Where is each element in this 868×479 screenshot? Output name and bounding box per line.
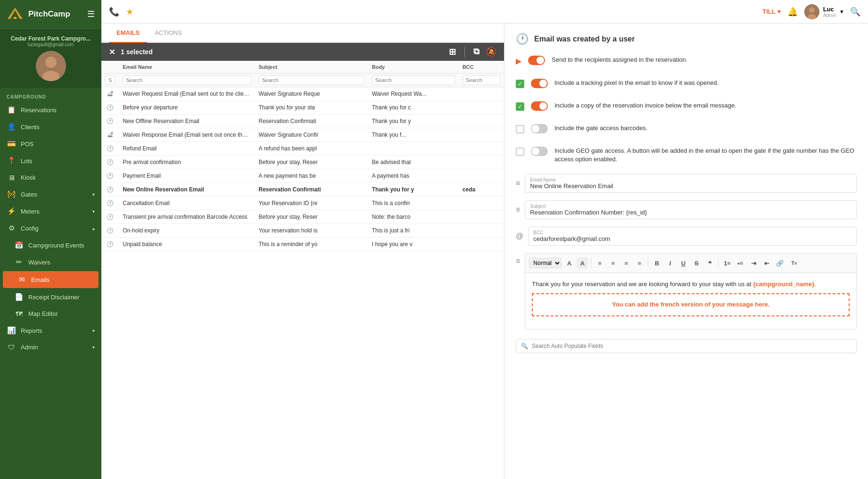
selection-actions: ⊞ ⧉ 🔕 <box>449 47 496 57</box>
toggle-geo[interactable] <box>531 147 548 156</box>
toggle-invoice[interactable] <box>531 101 548 111</box>
till-selector[interactable]: TILL ▾ <box>762 8 780 15</box>
bcc-input[interactable] <box>533 235 851 242</box>
bold-button[interactable]: B <box>651 257 662 269</box>
type-search-input[interactable] <box>105 75 115 85</box>
row-icon: 🕐 <box>101 183 119 197</box>
bcc-search-input[interactable] <box>463 75 500 85</box>
sidebar-item-reservations[interactable]: 📋 Reservations <box>0 101 101 118</box>
french-placeholder-box[interactable]: You can add the french version of your m… <box>532 293 850 316</box>
close-selection-button[interactable]: ✕ <box>109 48 115 57</box>
col-body-header[interactable]: Body <box>368 61 459 74</box>
sidebar-item-waivers[interactable]: ✏ Waivers <box>0 254 101 271</box>
font-style-select[interactable]: Normal <box>529 258 562 268</box>
subject-search-input[interactable] <box>259 75 364 85</box>
body-search-input[interactable] <box>372 75 455 85</box>
underline-button[interactable]: U <box>678 257 689 269</box>
table-row[interactable]: 🕐 Pre arrival confirmation Before your s… <box>101 156 504 169</box>
name-search-input[interactable] <box>123 75 251 85</box>
toggle-tracking[interactable] <box>531 79 548 88</box>
sidebar-item-pos[interactable]: 💳 POS <box>0 135 101 152</box>
phone-icon[interactable]: 📞 <box>109 7 119 17</box>
sidebar-item-emails[interactable]: ✉ Emails <box>3 271 99 288</box>
tab-actions[interactable]: ACTIONS <box>147 24 190 43</box>
unordered-list-button[interactable]: •≡ <box>735 257 746 269</box>
row-subject: This is a reminder of yo <box>255 238 368 251</box>
table-row[interactable]: 🕐 Before your departure Thank you for yo… <box>101 101 504 115</box>
table-row[interactable]: 🏕 Waiver Request Email (Email sent out t… <box>101 87 504 101</box>
lots-icon: 📍 <box>7 157 16 165</box>
copy-icon[interactable]: ⧉ <box>473 47 479 57</box>
user-menu[interactable]: Luc Admin ▾ <box>804 4 843 19</box>
row-body: This is a confirr <box>368 197 459 210</box>
table-row[interactable]: 🕐 Refund Email A refund has been appl <box>101 142 504 156</box>
search-icon[interactable]: 🔍 <box>850 7 860 17</box>
tab-emails[interactable]: EMAILS <box>109 24 147 43</box>
align-left-button[interactable]: ≡ <box>594 257 605 269</box>
align-right-button[interactable]: ≡ <box>620 257 632 269</box>
row-subject: Reservation Confirmati <box>255 183 368 197</box>
row-subject: Reservation Confirmati <box>255 115 368 128</box>
italic-button[interactable]: I <box>664 257 676 269</box>
star-icon[interactable]: ★ <box>126 7 133 17</box>
ordered-list-button[interactable]: 1≡ <box>721 257 733 269</box>
clear-format-button[interactable]: Tx <box>789 257 799 269</box>
align-justify-button[interactable]: ≡ <box>634 257 645 269</box>
sidebar-item-lots[interactable]: 📍 Lots <box>0 152 101 169</box>
editor-row: ≡ Normal A A ≡ ≡ ≡ ≡ B <box>516 253 857 330</box>
sidebar-item-meters[interactable]: ⚡ Meters ▾ <box>0 203 101 220</box>
sidebar-item-kiosk[interactable]: 🖥 Kiosk <box>0 169 101 186</box>
row-body: Be advised that <box>368 156 459 169</box>
col-subject-header[interactable]: Subject <box>255 61 368 74</box>
checkbox-gate[interactable] <box>516 125 524 133</box>
toggle-send[interactable] <box>528 56 545 65</box>
sidebar-item-campground-events[interactable]: 📅 Campground Events <box>0 237 101 254</box>
editor-text-before: Thank you for your reservation and we ar… <box>532 281 753 288</box>
sidebar-item-receipt-disclaimer[interactable]: 📄 Receipt Disclaimer <box>0 289 101 306</box>
outdent-button[interactable]: ⇤ <box>761 257 772 269</box>
checkbox-tracking[interactable]: ✓ <box>516 80 524 88</box>
sidebar-item-map-editor[interactable]: 🗺 Map Editor <box>0 306 101 322</box>
sidebar-item-label: Map Editor <box>28 310 58 317</box>
text-color-button[interactable]: A <box>563 257 575 269</box>
toggle-send-label: Send to the recipients assigned in the r… <box>552 56 687 64</box>
sidebar-item-clients[interactable]: 👤 Clients <box>0 118 101 135</box>
link-button[interactable]: 🔗 <box>774 257 785 269</box>
toggle-row-send: ▶ Send to the recipients assigned in the… <box>516 53 857 68</box>
indent-button[interactable]: ⇥ <box>748 257 759 269</box>
email-name-input[interactable] <box>530 182 851 190</box>
strikethrough-button[interactable]: S <box>691 257 702 269</box>
align-center-button[interactable]: ≡ <box>607 257 619 269</box>
sidebar-item-gates[interactable]: 🚧 Gates ▾ <box>0 186 101 203</box>
filter-icon[interactable]: ⊞ <box>449 47 456 57</box>
toggle-gate[interactable] <box>531 124 548 133</box>
table-row[interactable]: 🕐 Unpaid balance This is a reminder of y… <box>101 238 504 251</box>
table-row[interactable]: 🕐 On-hold expiry Your reservation hold i… <box>101 224 504 238</box>
table-row[interactable]: 🕐 Cancellation Email Your Reservation ID… <box>101 197 504 210</box>
checkbox-invoice[interactable]: ✓ <box>516 102 524 111</box>
row-body: Thank you for y <box>368 183 459 197</box>
table-row[interactable]: 🕐 New Offline Reservation Email Reservat… <box>101 115 504 128</box>
mute-icon[interactable]: 🔕 <box>486 47 496 57</box>
hamburger-icon[interactable]: ☰ <box>87 9 95 19</box>
text-highlight-button[interactable]: A <box>577 257 588 269</box>
table-row[interactable]: 🏕 Waiver Response Email (Email sent out … <box>101 128 504 142</box>
table-row[interactable]: 🕐 New Online Reservation Email Reservati… <box>101 183 504 197</box>
quote-button[interactable]: ❝ <box>704 257 715 269</box>
autopopulate-input[interactable] <box>532 343 851 349</box>
col-bcc-header[interactable]: BCC <box>459 61 504 74</box>
toggle-row-tracking: ✓ Include a tracking pixel in the email … <box>516 76 857 91</box>
table-row[interactable]: 🕐 Transient pre arrival confirmation Bar… <box>101 210 504 224</box>
sidebar-item-admin[interactable]: 🛡 Admin ▾ <box>0 339 101 355</box>
editor-text-after: . <box>814 281 816 288</box>
checkbox-geo[interactable] <box>516 148 524 156</box>
sidebar-item-reports[interactable]: 📊 Reports ▾ <box>0 322 101 339</box>
sidebar-item-config[interactable]: ⚙ Config ▴ <box>0 220 101 237</box>
sidebar-item-label: POS <box>21 140 33 148</box>
subject-input[interactable] <box>530 209 851 216</box>
col-name-header[interactable]: Email Name <box>119 61 255 74</box>
editor-body[interactable]: Thank you for your reservation and we ar… <box>525 273 857 330</box>
bell-icon[interactable]: 🔔 <box>787 7 798 17</box>
row-body: Thank you for c <box>368 101 459 115</box>
table-row[interactable]: 🕐 Payment Email A new payment has be A p… <box>101 169 504 183</box>
